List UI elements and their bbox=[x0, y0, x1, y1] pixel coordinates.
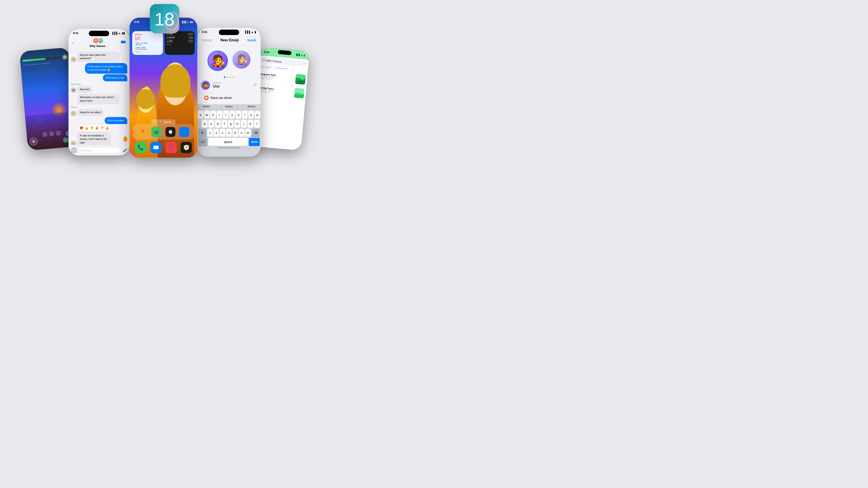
suggestion-1[interactable]: *driver* bbox=[202, 105, 211, 108]
key-g[interactable]: g bbox=[228, 120, 234, 128]
tapback-bar: ❤️ 👍 👎 🎉 ❓ 🍰 bbox=[77, 125, 112, 131]
video-call-button[interactable] bbox=[121, 40, 126, 45]
done-key[interactable]: done bbox=[249, 138, 260, 146]
keyboard-row-1: q w e r t y u i o p bbox=[198, 111, 260, 119]
dock-watch[interactable]: ⌚ bbox=[165, 127, 176, 137]
search-icon: 🔍 bbox=[156, 121, 160, 123]
stocks-widget[interactable]: ▲ DOW Dow Jones I... 37,816 +570.17 ▲ S&… bbox=[165, 31, 195, 55]
avatar: 😊 bbox=[71, 141, 76, 145]
avatar: 😊 bbox=[71, 57, 76, 62]
insert-button[interactable]: Insert bbox=[248, 38, 256, 42]
list-item: Flying down to my sister's place to see … bbox=[85, 63, 127, 74]
keyboard-row-4: 123 space done bbox=[198, 138, 260, 146]
emoji-avatar-option[interactable]: 👩‍🎤 bbox=[232, 51, 250, 69]
key-k[interactable]: k bbox=[248, 120, 253, 128]
dock-contacts[interactable]: 👤 bbox=[179, 127, 189, 137]
emoji-input-icon bbox=[204, 96, 209, 100]
emoji-title: New Emoji bbox=[220, 38, 239, 42]
key-z[interactable]: z bbox=[207, 129, 213, 137]
maps-search-icon bbox=[262, 59, 266, 62]
emoji-avatar-selected[interactable]: 🧑‍🎤 bbox=[208, 51, 228, 71]
edit-icon[interactable] bbox=[253, 83, 257, 88]
maps-clear-button[interactable]: ✕ bbox=[303, 63, 305, 65]
battery-icon: ▮▮ bbox=[122, 32, 125, 35]
filter-lengths[interactable]: All Lengths ▾ bbox=[260, 65, 273, 69]
music-app[interactable]: 🎵 bbox=[165, 142, 177, 153]
phone-app[interactable]: 📞 bbox=[135, 142, 146, 153]
delete-key[interactable]: ⌫ bbox=[252, 129, 260, 137]
cancel-button[interactable]: Cancel bbox=[202, 38, 212, 42]
tapback-thumbsup[interactable]: 👍 bbox=[85, 126, 88, 130]
emoji-page-dots bbox=[197, 75, 260, 79]
home-time: 9:41 bbox=[134, 20, 140, 24]
tapback-thumbsdown[interactable]: 👎 bbox=[90, 126, 94, 130]
calendar-widget[interactable]: MONDAY 10 10:15 – 10:45AM Site visit 11A… bbox=[132, 31, 163, 55]
microphone-button[interactable]: 🎤 bbox=[123, 148, 127, 153]
message-placeholder: iMessage bbox=[81, 149, 92, 152]
shift-key[interactable]: ⬆ bbox=[198, 129, 206, 137]
key-m[interactable]: m bbox=[245, 129, 251, 137]
back-button[interactable]: ‹ bbox=[72, 41, 73, 45]
key-c[interactable]: c bbox=[220, 129, 225, 137]
suggestion-2[interactable]: drivers bbox=[221, 105, 238, 108]
attachment-button[interactable]: + bbox=[71, 147, 77, 153]
key-i[interactable]: i bbox=[242, 111, 248, 119]
dock-facetime[interactable]: 📹 bbox=[151, 127, 161, 137]
emoji-status-bar: 9:41 ▐▐▐ ▲ ▮ bbox=[197, 28, 260, 35]
suggestion-3[interactable]: driver's bbox=[248, 105, 256, 108]
stock-aapl: ▲ AAPL Apple Inc. 170.33 +3.17 bbox=[166, 40, 193, 43]
key-b[interactable]: b bbox=[232, 129, 238, 137]
key-r[interactable]: r bbox=[217, 111, 222, 119]
key-x[interactable]: x bbox=[214, 129, 219, 137]
key-u[interactable]: u bbox=[236, 111, 241, 119]
tapback-question[interactable]: ❓ bbox=[100, 126, 104, 130]
ios18-logo: 18 bbox=[150, 4, 179, 33]
app-dock: 📍 📹 ⌚ 👤 bbox=[133, 124, 194, 140]
emoji-text-value: Race car driver bbox=[211, 96, 254, 100]
keyboard: q w e r t y u i o p a s bbox=[197, 109, 260, 157]
key-l[interactable]: l bbox=[254, 120, 260, 128]
maps-notch bbox=[278, 50, 291, 55]
microphone-bar bbox=[198, 146, 260, 150]
phone-home: 9:41 ▐▐▐ ▲ ▮▮ MONDAY 10 10:15 – 10:45AM bbox=[129, 18, 197, 158]
filter-chevron: ▾ bbox=[270, 66, 272, 68]
key-n[interactable]: n bbox=[239, 129, 244, 137]
key-j[interactable]: j bbox=[241, 120, 247, 128]
compass-icon: 🧭 bbox=[183, 144, 189, 151]
key-p[interactable]: p bbox=[255, 111, 260, 119]
tapback-heart[interactable]: ❤️ bbox=[79, 126, 83, 130]
key-y[interactable]: y bbox=[229, 111, 235, 119]
key-h[interactable]: h bbox=[235, 120, 240, 128]
key-d[interactable]: d bbox=[215, 120, 221, 128]
list-item: Absolutely no plans yet, which I kind of… bbox=[77, 94, 120, 104]
filter-route-types[interactable]: All Route Types ▾ bbox=[274, 66, 290, 71]
message-input[interactable]: iMessage bbox=[79, 147, 121, 154]
numbers-key[interactable]: 123 bbox=[198, 138, 207, 146]
key-t[interactable]: t bbox=[223, 111, 228, 119]
emoji-text-input-area[interactable]: Race car driver bbox=[201, 93, 257, 102]
home-wallpaper: 9:41 ▐▐▐ ▲ ▮▮ MONDAY 10 10:15 – 10:45AM bbox=[129, 18, 197, 158]
compass-app[interactable]: 🧭 bbox=[181, 142, 192, 153]
group-chevron: › bbox=[106, 45, 106, 47]
tapback-party[interactable]: 🎉 bbox=[95, 126, 99, 130]
row2-spacer bbox=[198, 120, 201, 128]
key-s[interactable]: s bbox=[209, 120, 214, 128]
list-item: Mark Disler 😎 Aww fun! bbox=[71, 83, 127, 93]
person-row: 🧑‍🎤 PERSON Vee bbox=[197, 79, 260, 92]
key-q[interactable]: q bbox=[198, 111, 203, 119]
key-w[interactable]: w bbox=[204, 111, 210, 119]
list-item: What about y'all? bbox=[103, 74, 127, 81]
battery-icon: ▮ bbox=[254, 31, 256, 34]
key-f[interactable]: f bbox=[221, 120, 227, 128]
tapback-cake[interactable]: 🍰 bbox=[105, 126, 109, 130]
key-o[interactable]: o bbox=[248, 111, 254, 119]
space-key[interactable]: space bbox=[208, 138, 248, 146]
dock-findmy[interactable]: 📍 bbox=[138, 127, 148, 137]
signal-icon: ▐▐▐ bbox=[181, 21, 186, 23]
mail-app[interactable]: ✉️ bbox=[150, 142, 161, 153]
key-e[interactable]: e bbox=[211, 111, 216, 119]
phone-icon: 📞 bbox=[137, 144, 144, 151]
key-a[interactable]: a bbox=[202, 120, 208, 128]
key-v[interactable]: v bbox=[226, 129, 232, 137]
svg-line-10 bbox=[264, 61, 265, 62]
